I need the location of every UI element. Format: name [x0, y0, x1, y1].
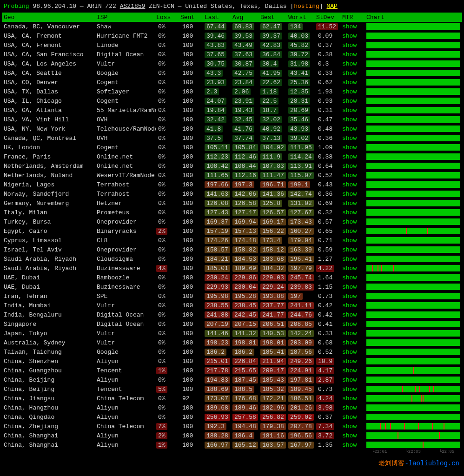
cell-avg: 23.84 [232, 79, 260, 86]
cell-loss: 0% [156, 163, 180, 170]
header-isp[interactable]: ISP [97, 14, 156, 21]
cell-loss: 0% [156, 293, 180, 300]
cell-best: 1.18 [260, 88, 288, 95]
cell-best: 185.41 [260, 349, 288, 356]
loss-tick-icon [406, 228, 407, 234]
mtr-link[interactable]: show [342, 70, 366, 77]
mtr-link[interactable]: show [342, 116, 366, 123]
header-best[interactable]: Best [260, 14, 288, 21]
latency-sparkline [366, 126, 460, 132]
cell-geo: China, Zhejiang [2, 423, 97, 430]
mtr-link[interactable]: show [342, 237, 366, 244]
loss-tick-icon [423, 395, 424, 402]
cell-avg: 184.53 [232, 256, 260, 263]
cell-avg: 186.2 [232, 349, 260, 356]
mtr-link[interactable]: show [342, 163, 366, 170]
table-row: Iran, TehranSPE0%100195.98195.28193.8819… [2, 291, 462, 301]
header-sent[interactable]: Sent [180, 14, 205, 21]
cell-sent: 100 [180, 237, 205, 244]
header-geo[interactable]: Geo [2, 14, 97, 21]
cell-last: 241.88 [205, 311, 232, 318]
header-stdev[interactable]: StDev [316, 14, 342, 21]
mtr-link[interactable]: show [342, 377, 366, 383]
cell-sent: 100 [180, 414, 205, 421]
cell-last: 197.66 [205, 181, 232, 188]
cell-worst: 196.56 [288, 432, 316, 439]
mtr-link[interactable]: show [342, 218, 366, 225]
mtr-link[interactable]: show [342, 181, 366, 188]
mtr-link[interactable]: show [342, 23, 366, 30]
mtr-link[interactable]: show [342, 414, 366, 421]
mtr-link[interactable]: show [342, 311, 366, 318]
header-worst[interactable]: Worst [288, 14, 316, 21]
mtr-link[interactable]: show [342, 274, 366, 281]
header-chart[interactable]: Chart [366, 14, 462, 21]
mtr-link[interactable]: show [342, 209, 366, 216]
mtr-link[interactable]: show [342, 339, 366, 346]
mtr-link[interactable]: show [342, 200, 366, 207]
latency-sparkline [366, 339, 460, 346]
cell-last: 30.75 [205, 60, 232, 67]
cell-loss: 0% [156, 349, 180, 356]
mtr-link[interactable]: show [342, 144, 366, 151]
mtr-link[interactable]: show [342, 330, 366, 337]
table-row: India, BengaluruDigital Ocean0%100241.88… [2, 310, 462, 319]
mtr-link[interactable]: show [342, 367, 366, 374]
mtr-link[interactable]: show [342, 153, 366, 160]
mtr-link[interactable]: show [342, 404, 366, 411]
cell-loss: 0% [156, 237, 180, 244]
mtr-link[interactable]: show [342, 172, 366, 179]
mtr-link[interactable]: show [342, 395, 366, 402]
mtr-link[interactable]: show [342, 228, 366, 235]
table-row: China, ZhejiangChina Telecom7%100192.319… [2, 422, 462, 431]
mtr-link[interactable]: show [342, 386, 366, 393]
mtr-link[interactable]: show [342, 98, 366, 105]
mtr-link[interactable]: show [342, 432, 366, 439]
cell-last: 67.44 [205, 23, 232, 30]
mtr-link[interactable]: show [342, 42, 366, 49]
header-avg[interactable]: Avg [232, 14, 260, 21]
header-mtr[interactable]: MTR [342, 14, 366, 21]
mtr-link[interactable]: show [342, 321, 366, 328]
latency-sparkline [366, 42, 460, 48]
header-last[interactable]: Last [205, 14, 232, 21]
cell-worst: 127.67 [288, 209, 316, 216]
latency-sparkline [366, 107, 460, 113]
mtr-link[interactable]: show [342, 265, 366, 272]
mtr-link[interactable]: show [342, 302, 366, 309]
cell-loss: 0% [156, 51, 180, 58]
cell-stdev: 0.47 [316, 116, 342, 123]
mtr-link[interactable]: show [342, 442, 366, 449]
cell-sent: 100 [180, 181, 205, 188]
mtr-link[interactable]: show [342, 107, 366, 114]
map-link[interactable]: MAP [327, 3, 338, 10]
mtr-link[interactable]: show [342, 88, 366, 95]
cell-last: 166.97 [205, 442, 232, 449]
cell-geo: Saudi Arabia, Riyadh [2, 256, 97, 263]
mtr-link[interactable]: show [342, 423, 366, 430]
mtr-link[interactable]: show [342, 358, 366, 365]
cell-avg: 32.45 [232, 116, 260, 123]
loss-tick-icon [421, 395, 422, 402]
mtr-link[interactable]: show [342, 51, 366, 58]
mtr-link[interactable]: show [342, 256, 366, 263]
mtr-link[interactable]: show [342, 349, 366, 356]
cell-sent: 100 [180, 265, 205, 272]
cell-stdev: 1.64 [316, 274, 342, 281]
mtr-link[interactable]: show [342, 284, 366, 291]
mtr-link[interactable]: show [342, 293, 366, 300]
mtr-link[interactable]: show [342, 79, 366, 86]
cell-isp: Aliyun [97, 432, 156, 439]
loss-tick-icon [398, 432, 398, 439]
mtr-link[interactable]: show [342, 191, 366, 198]
cell-last: 141.63 [205, 191, 232, 198]
mtr-link[interactable]: show [342, 60, 366, 67]
cell-last: 39.46 [205, 33, 232, 40]
probe-asn-link[interactable]: AS21859 [120, 3, 146, 10]
mtr-link[interactable]: show [342, 135, 366, 142]
mtr-link[interactable]: show [342, 126, 366, 132]
mtr-link[interactable]: show [342, 33, 366, 40]
header-loss[interactable]: Loss [156, 14, 180, 21]
mtr-link[interactable]: show [342, 246, 366, 253]
cell-chart [366, 386, 462, 392]
